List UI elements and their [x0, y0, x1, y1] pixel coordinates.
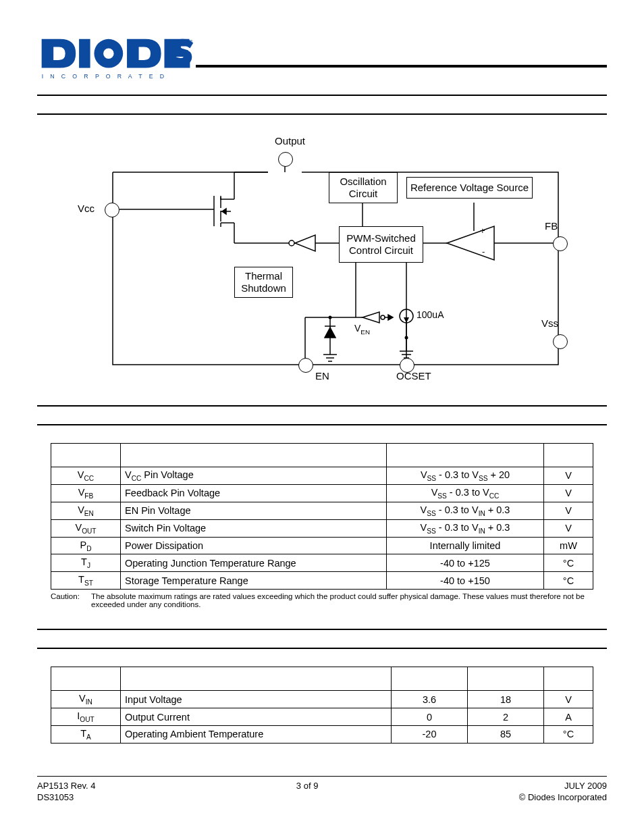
- table-row: VCCVCC Pin VoltageVSS - 0.3 to VSS + 20V: [51, 467, 593, 485]
- table-row: TAOperating Ambient Temperature-2085°C: [51, 726, 593, 744]
- footer-center: 3 of 9: [296, 781, 319, 804]
- label-output: Output: [275, 135, 305, 147]
- svg-text:™: ™: [188, 38, 193, 45]
- block-pwm: PWM-Switched Control Circuit: [339, 226, 423, 263]
- block-thermal-label: Thermal Shutdown: [241, 270, 286, 294]
- pin-output: [278, 152, 293, 167]
- abs-header-rating: [387, 444, 544, 467]
- page-footer: AP1513 Rev. 4 DS31053 3 of 9 JULY 2009 ©…: [37, 776, 607, 804]
- rec-header-min: [392, 667, 468, 691]
- rec-header-symbol: [51, 667, 121, 691]
- svg-rect-0: [79, 39, 90, 68]
- rec-header-unit: [544, 667, 593, 691]
- label-en: EN: [315, 370, 329, 382]
- abs-header-symbol: [51, 444, 121, 467]
- table-row: TJOperating Junction Temperature Range-4…: [51, 554, 593, 572]
- svg-point-41: [381, 315, 385, 319]
- label-100ua: 100uA: [417, 309, 444, 320]
- pin-fb: [553, 236, 568, 251]
- caution-text: The absolute maximum ratings are rated v…: [91, 592, 593, 608]
- table-row: VENEN Pin VoltageVSS - 0.3 to VIN + 0.3V: [51, 502, 593, 519]
- svg-marker-27: [447, 226, 494, 260]
- block-pwm-label: PWM-Switched Control Circuit: [346, 232, 416, 257]
- section-separator: [37, 629, 607, 649]
- comparator-plus: +: [480, 226, 485, 236]
- label-ocset: OCSET: [396, 370, 431, 382]
- block-reference: Reference Voltage Source: [406, 177, 533, 199]
- company-logo: I N C O R P O R A T E D ™: [37, 34, 196, 84]
- rec-header-parameter: [121, 667, 392, 691]
- label-vss: Vss: [541, 317, 558, 329]
- svg-point-54: [405, 336, 408, 340]
- caution-label: Caution:: [51, 592, 91, 608]
- label-fb: FB: [545, 220, 558, 232]
- table-row: VOUTSwitch Pin VoltageVSS - 0.3 to VIN +…: [51, 519, 593, 537]
- header-rule: [196, 65, 607, 68]
- svg-point-53: [329, 316, 332, 319]
- block-oscillation: Oscillation Circuit: [329, 172, 398, 203]
- table-row: IOUTOutput Current02A: [51, 708, 593, 726]
- abs-header-parameter: [121, 444, 387, 467]
- comparator-minus: -: [482, 246, 485, 257]
- abs-header-unit: [544, 444, 593, 467]
- caution-note: Caution: The absolute maximum ratings ar…: [51, 592, 593, 608]
- block-oscillation-label: Oscillation Circuit: [340, 176, 386, 200]
- footer-copyright: © Diodes Incorporated: [519, 792, 607, 804]
- section-separator: [37, 95, 607, 115]
- svg-marker-40: [363, 312, 379, 323]
- table-row: VINInput Voltage3.618V: [51, 691, 593, 708]
- header: I N C O R P O R A T E D ™: [37, 34, 607, 84]
- rec-header-max: [468, 667, 544, 691]
- block-reference-label: Reference Voltage Source: [410, 182, 529, 194]
- diagram-wires: [72, 135, 572, 385]
- table-row: VFBFeedback Pin VoltageVSS - 0.3 to VCCV: [51, 484, 593, 502]
- footer-doc-rev: AP1513 Rev. 4: [37, 781, 95, 792]
- footer-right: JULY 2009 © Diodes Incorporated: [519, 781, 607, 804]
- label-ven: VEN: [354, 323, 370, 336]
- svg-text:I N C O R P O R A T E D: I N C O R P O R A T E D: [42, 73, 167, 80]
- svg-marker-43: [388, 315, 393, 320]
- footer-left: AP1513 Rev. 4 DS31053: [37, 781, 95, 804]
- svg-marker-35: [325, 328, 336, 338]
- footer-page-number: 3 of 9: [296, 781, 319, 792]
- table-row: PDPower DissipationInternally limitedmW: [51, 537, 593, 554]
- svg-marker-19: [222, 209, 226, 214]
- table-row: TSTStorage Temperature Range-40 to +150°…: [51, 572, 593, 590]
- footer-doc-id: DS31053: [37, 792, 95, 804]
- pin-vcc: [105, 203, 119, 217]
- label-vcc: Vcc: [78, 203, 95, 214]
- svg-point-22: [289, 240, 294, 246]
- footer-date: JULY 2009: [519, 781, 607, 792]
- block-diagram: Output Vcc FB Vss EN OCSET Oscillation C…: [72, 135, 572, 385]
- pin-en: [298, 358, 313, 373]
- block-thermal: Thermal Shutdown: [234, 267, 293, 298]
- section-separator: [37, 405, 607, 425]
- pin-vss: [553, 334, 568, 349]
- absolute-maximum-ratings-table: VCCVCC Pin VoltageVSS - 0.3 to VSS + 20V…: [51, 443, 593, 590]
- svg-marker-21: [295, 235, 315, 251]
- recommended-operating-table: VINInput Voltage3.618VIOUTOutput Current…: [51, 667, 593, 744]
